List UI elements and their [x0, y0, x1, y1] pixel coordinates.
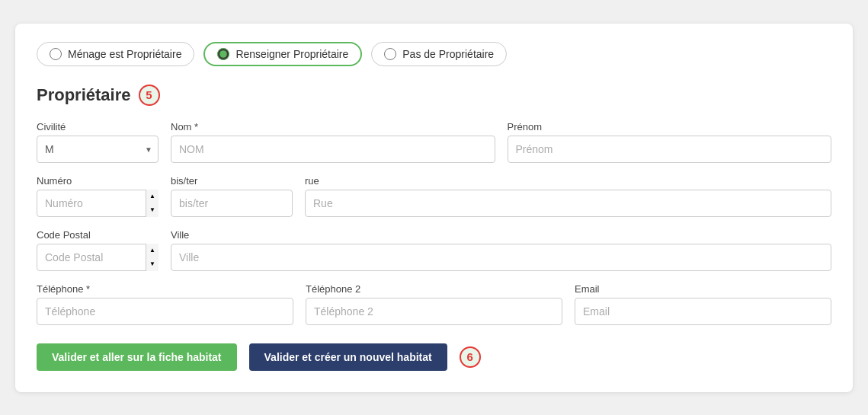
radio-menage-label: Ménage est Propriétaire: [68, 48, 181, 60]
radio-renseigner[interactable]: Renseigner Propriétaire: [203, 42, 362, 66]
numero-group: Numéro ▲ ▼: [37, 175, 159, 217]
btn2-badge: 6: [460, 346, 481, 368]
numero-down-btn[interactable]: ▼: [146, 203, 159, 217]
rue-label: rue: [305, 175, 831, 187]
radio-pas[interactable]: Pas de Propriétaire: [371, 42, 507, 66]
nom-input[interactable]: [171, 136, 495, 163]
radio-renseigner-label: Renseigner Propriétaire: [235, 48, 348, 60]
radio-row: Ménage est Propriétaire Renseigner Propr…: [37, 42, 831, 66]
section-title-row: Propriétaire 5: [37, 85, 831, 106]
ville-label: Ville: [171, 229, 831, 241]
rue-group: rue: [305, 175, 831, 217]
section-badge: 5: [139, 85, 160, 106]
tel-label: Téléphone *: [37, 283, 293, 295]
civilite-select[interactable]: M Mme Mlle: [37, 136, 159, 163]
rue-input[interactable]: [305, 190, 831, 217]
numero-spinner-btns: ▲ ▼: [146, 190, 159, 217]
prenom-label: Prénom: [508, 121, 832, 132]
cp-up-btn[interactable]: ▲: [146, 244, 159, 257]
tel2-label: Téléphone 2: [306, 283, 562, 295]
form-row-1: Civilité M Mme Mlle Nom * Prénom: [37, 121, 831, 163]
email-group: Email: [575, 283, 831, 325]
validate-new-habitat-btn[interactable]: Valider et créer un nouvel habitat: [249, 343, 447, 371]
ville-group: Ville: [171, 229, 831, 271]
prenom-input[interactable]: [508, 136, 832, 163]
radio-menage-input[interactable]: [50, 48, 62, 60]
radio-renseigner-input[interactable]: [217, 48, 229, 60]
form-row-2: Numéro ▲ ▼ bis/ter rue: [37, 175, 831, 217]
btn-row: Valider et aller sur la fiche habitat Va…: [37, 343, 831, 371]
section-title: Propriétaire: [37, 85, 131, 105]
numero-spinner-wrapper: ▲ ▼: [37, 190, 159, 217]
validate-habitat-btn[interactable]: Valider et aller sur la fiche habitat: [37, 343, 237, 371]
radio-pas-label: Pas de Propriétaire: [402, 48, 494, 60]
prenom-group: Prénom: [508, 121, 832, 163]
cp-spinner-btns: ▲ ▼: [146, 244, 159, 271]
bis-input[interactable]: [171, 190, 293, 217]
cp-input[interactable]: [37, 244, 159, 271]
numero-label: Numéro: [37, 175, 159, 187]
email-label: Email: [575, 283, 831, 295]
tel-group: Téléphone *: [37, 283, 293, 325]
nom-label: Nom *: [171, 121, 495, 132]
ville-input[interactable]: [171, 244, 831, 271]
cp-label: Code Postal: [37, 229, 159, 241]
email-input[interactable]: [575, 298, 831, 325]
main-container: Ménage est Propriétaire Renseigner Propr…: [15, 24, 853, 392]
civilite-select-wrapper: M Mme Mlle: [37, 136, 159, 163]
radio-pas-input[interactable]: [384, 48, 396, 60]
form-row-3: Code Postal ▲ ▼ Ville: [37, 229, 831, 271]
bis-group: bis/ter: [171, 175, 293, 217]
numero-input[interactable]: [37, 190, 159, 217]
numero-up-btn[interactable]: ▲: [146, 190, 159, 203]
tel2-group: Téléphone 2: [306, 283, 562, 325]
tel-input[interactable]: [37, 298, 293, 325]
cp-down-btn[interactable]: ▼: [146, 257, 159, 271]
civilite-group: Civilité M Mme Mlle: [37, 121, 159, 163]
cp-group: Code Postal ▲ ▼: [37, 229, 159, 271]
civilite-label: Civilité: [37, 121, 159, 132]
cp-spinner-wrapper: ▲ ▼: [37, 244, 159, 271]
form-row-4: Téléphone * Téléphone 2 Email: [37, 283, 831, 325]
bis-label: bis/ter: [171, 175, 293, 187]
tel2-input[interactable]: [306, 298, 562, 325]
radio-menage[interactable]: Ménage est Propriétaire: [37, 42, 194, 66]
nom-group: Nom *: [171, 121, 495, 163]
